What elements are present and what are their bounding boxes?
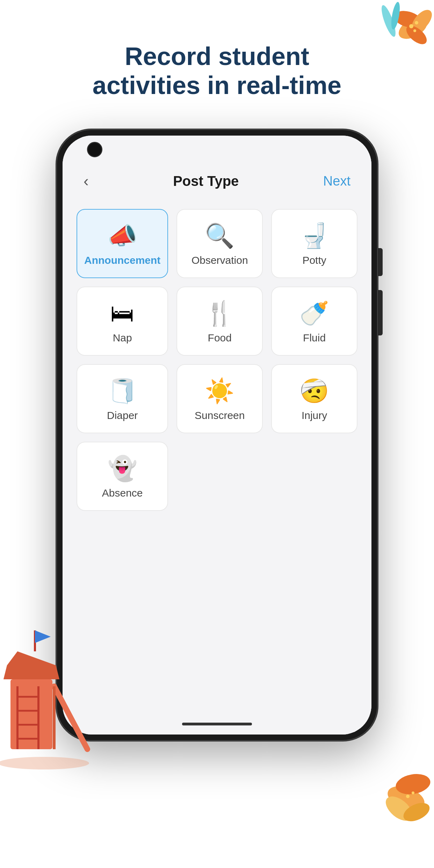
next-button[interactable]: Next xyxy=(323,174,350,189)
svg-point-21 xyxy=(0,757,89,769)
home-indicator xyxy=(63,714,371,735)
absence-icon: 👻 xyxy=(108,456,137,480)
svg-line-19 xyxy=(54,686,87,749)
nav-bar: ‹ Post Type Next xyxy=(63,164,371,198)
sunscreen-label: Sunscreen xyxy=(195,410,245,421)
absence-label: Absence xyxy=(102,487,143,499)
observation-label: Observation xyxy=(191,254,248,266)
potty-label: Potty xyxy=(302,254,326,266)
home-bar xyxy=(182,723,252,725)
phone-screen: ‹ Post Type Next 📣Announcement🔍Observati… xyxy=(63,136,371,735)
announcement-label: Announcement xyxy=(84,254,160,266)
post-type-diaper[interactable]: 🧻Diaper xyxy=(77,364,168,433)
potty-icon: 🚽 xyxy=(299,224,329,247)
announcement-icon: 📣 xyxy=(108,224,137,247)
camera-hole xyxy=(87,142,102,157)
post-type-sunscreen[interactable]: ☀️Sunscreen xyxy=(176,364,263,433)
svg-marker-12 xyxy=(35,630,51,643)
svg-point-26 xyxy=(406,795,410,798)
food-icon: 🍴 xyxy=(205,301,234,325)
injury-label: Injury xyxy=(302,410,327,421)
screen-content: 📣Announcement🔍Observation🚽Potty🛏Nap🍴Food… xyxy=(63,198,371,714)
nap-icon: 🛏 xyxy=(110,301,134,325)
diaper-icon: 🧻 xyxy=(108,379,137,403)
svg-point-7 xyxy=(415,21,418,24)
post-type-observation[interactable]: 🔍Observation xyxy=(176,209,263,278)
sunscreen-icon: ☀️ xyxy=(205,379,234,403)
screen-top-bar xyxy=(63,136,371,164)
post-type-announcement[interactable]: 📣Announcement xyxy=(77,209,168,278)
nap-label: Nap xyxy=(113,332,132,344)
post-type-food[interactable]: 🍴Food xyxy=(176,287,263,356)
post-type-injury[interactable]: 🤕Injury xyxy=(271,364,357,433)
deco-playground xyxy=(0,616,98,798)
injury-icon: 🤕 xyxy=(299,379,329,403)
fluid-icon: 🍼 xyxy=(299,301,329,325)
post-type-fluid[interactable]: 🍼Fluid xyxy=(271,287,357,356)
post-type-potty[interactable]: 🚽Potty xyxy=(271,209,357,278)
page-title: Record student activities in real-time xyxy=(0,42,434,100)
phone-device: ‹ Post Type Next 📣Announcement🔍Observati… xyxy=(56,129,378,741)
phone-shell: ‹ Post Type Next 📣Announcement🔍Observati… xyxy=(56,129,378,741)
diaper-label: Diaper xyxy=(107,410,138,421)
screen-title: Post Type xyxy=(173,173,239,189)
deco-bottom-right xyxy=(357,728,434,833)
post-type-absence[interactable]: 👻Absence xyxy=(77,442,168,511)
svg-point-27 xyxy=(412,791,414,794)
svg-point-8 xyxy=(413,29,416,32)
post-type-nap[interactable]: 🛏Nap xyxy=(77,287,168,356)
fluid-label: Fluid xyxy=(303,332,326,344)
observation-icon: 🔍 xyxy=(205,224,234,247)
svg-marker-10 xyxy=(3,651,59,679)
food-label: Food xyxy=(208,332,232,344)
back-button[interactable]: ‹ xyxy=(84,172,89,190)
post-type-grid: 📣Announcement🔍Observation🚽Potty🛏Nap🍴Food… xyxy=(77,209,357,511)
svg-point-6 xyxy=(409,24,413,28)
